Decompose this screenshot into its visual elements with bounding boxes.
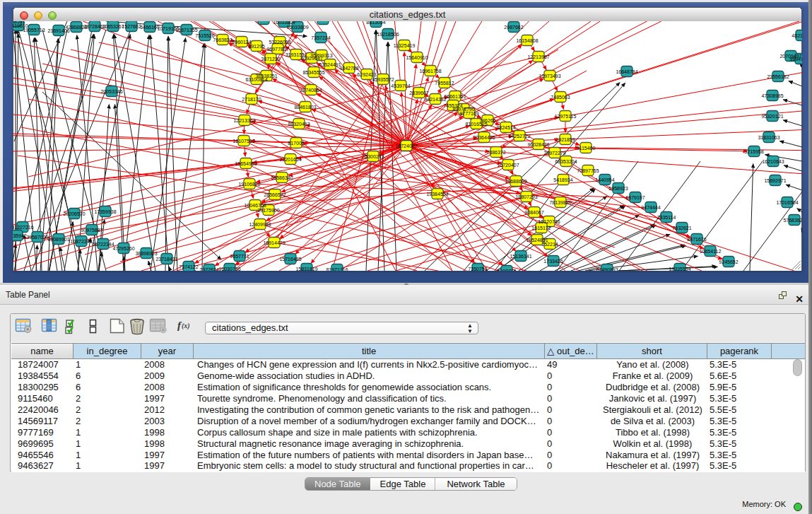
svg-text:17016504: 17016504 — [776, 200, 798, 205]
svg-text:16648784: 16648784 — [616, 69, 637, 74]
svg-text:84252722: 84252722 — [508, 134, 530, 139]
svg-text:5418934: 5418934 — [553, 177, 572, 182]
svg-text:70897765: 70897765 — [577, 168, 599, 173]
svg-text:10872248: 10872248 — [70, 239, 92, 244]
svg-text:53226058: 53226058 — [269, 40, 290, 45]
svg-text:(x): (x) — [182, 322, 190, 330]
svg-text:9115460: 9115460 — [577, 146, 596, 151]
svg-text:7350753: 7350753 — [468, 267, 487, 271]
svg-text:4335942: 4335942 — [13, 233, 27, 238]
svg-text:28566572: 28566572 — [264, 192, 286, 197]
svg-text:45935572: 45935572 — [372, 77, 394, 82]
svg-text:95320121: 95320121 — [761, 114, 783, 119]
svg-text:12213967: 12213967 — [527, 54, 549, 59]
svg-text:29175900: 29175900 — [257, 208, 279, 213]
svg-text:39587039: 39587039 — [26, 235, 48, 240]
svg-text:11325419: 11325419 — [394, 43, 416, 48]
svg-text:23718431: 23718431 — [155, 257, 177, 262]
svg-text:88461803: 88461803 — [294, 105, 316, 110]
svg-text:891295: 891295 — [248, 44, 264, 49]
svg-text:9245652: 9245652 — [719, 259, 738, 264]
svg-text:9474444: 9474444 — [641, 205, 660, 210]
svg-text:5958923: 5958923 — [608, 186, 628, 191]
svg-text:16210643: 16210643 — [762, 159, 784, 164]
svg-text:2571945: 2571945 — [254, 21, 273, 22]
svg-text:2839607: 2839607 — [409, 90, 428, 95]
svg-text:10973493: 10973493 — [539, 74, 560, 78]
svg-text:3871230: 3871230 — [261, 57, 280, 62]
svg-text:4539704: 4539704 — [391, 83, 410, 88]
svg-text:18807293: 18807293 — [515, 194, 537, 199]
svg-text:10653267: 10653267 — [102, 24, 124, 29]
svg-text:817008: 817008 — [288, 141, 304, 146]
svg-text:15136141: 15136141 — [510, 254, 531, 259]
svg-text:31831063: 31831063 — [758, 135, 779, 140]
svg-text:20053346: 20053346 — [100, 89, 122, 94]
svg-text:16107553: 16107553 — [233, 139, 254, 144]
svg-text:1527602: 1527602 — [122, 24, 141, 29]
svg-text:1615172: 1615172 — [531, 226, 551, 230]
svg-text:2087662: 2087662 — [504, 25, 523, 30]
svg-text:53524491: 53524491 — [319, 62, 341, 67]
svg-text:66661351: 66661351 — [444, 94, 466, 99]
svg-text:96977837: 96977837 — [266, 47, 288, 52]
svg-text:88320463: 88320463 — [288, 122, 310, 127]
svg-text:7357224: 7357224 — [311, 35, 330, 40]
svg-text:19055713: 19055713 — [23, 28, 45, 33]
svg-text:78139880: 78139880 — [549, 200, 571, 205]
svg-text:10688609: 10688609 — [505, 179, 526, 184]
svg-text:20206570: 20206570 — [63, 211, 85, 216]
svg-text:15692971: 15692971 — [764, 178, 786, 183]
svg-text:15720407: 15720407 — [497, 163, 519, 168]
svg-text:99949389: 99949389 — [789, 57, 802, 62]
svg-text:47308985: 47308985 — [761, 93, 783, 98]
svg-text:16914479: 16914479 — [263, 240, 285, 245]
svg-text:252214: 252214 — [541, 242, 558, 247]
svg-text:20364436: 20364436 — [473, 135, 495, 140]
svg-text:7515526: 7515526 — [195, 33, 214, 38]
svg-text:18724007: 18724007 — [395, 144, 417, 148]
svg-text:16033809: 16033809 — [286, 25, 308, 30]
svg-text:22201654: 22201654 — [279, 157, 301, 162]
svg-text:19106822: 19106822 — [238, 182, 260, 187]
svg-text:8471676: 8471676 — [687, 237, 706, 242]
svg-text:58586340: 58586340 — [271, 175, 293, 180]
svg-text:12409948: 12409948 — [249, 222, 271, 227]
svg-text:7386372: 7386372 — [486, 150, 505, 155]
svg-text:4823498: 4823498 — [792, 33, 802, 38]
svg-text:16961758: 16961758 — [419, 69, 441, 74]
svg-text:85345555: 85345555 — [302, 70, 324, 75]
svg-text:16120746: 16120746 — [538, 219, 560, 224]
svg-text:4842788: 4842788 — [339, 66, 358, 71]
svg-text:1440954: 1440954 — [595, 177, 614, 182]
svg-text:1733426: 1733426 — [543, 259, 563, 264]
svg-text:2935114: 2935114 — [657, 215, 676, 220]
svg-text:12213363: 12213363 — [233, 118, 255, 123]
svg-text:9084067: 9084067 — [524, 210, 543, 215]
svg-text:7374122: 7374122 — [179, 264, 198, 269]
svg-text:7663822: 7663822 — [213, 37, 232, 42]
svg-text:96028436: 96028436 — [527, 142, 549, 147]
svg-text:25300273: 25300273 — [362, 154, 384, 159]
svg-text:41227216: 41227216 — [13, 225, 34, 230]
svg-text:47295260: 47295260 — [112, 246, 134, 251]
svg-text:95899313: 95899313 — [310, 53, 332, 58]
svg-text:63100814: 63100814 — [245, 77, 267, 82]
svg-text:16154808: 16154808 — [516, 38, 538, 43]
svg-text:10046708: 10046708 — [244, 203, 266, 208]
svg-text:89089901: 89089901 — [47, 237, 69, 242]
svg-text:16671355: 16671355 — [175, 28, 197, 33]
svg-text:91030736: 91030736 — [218, 267, 240, 271]
svg-text:28740864: 28740864 — [300, 88, 322, 93]
svg-text:17359938: 17359938 — [94, 209, 116, 214]
svg-text:19335534: 19335534 — [669, 267, 690, 271]
svg-text:57683626: 57683626 — [783, 218, 802, 223]
svg-text:6579197: 6579197 — [625, 195, 645, 200]
svg-text:9657771: 9657771 — [230, 254, 249, 259]
svg-text:7022674: 7022674 — [199, 267, 218, 271]
svg-text:9777169: 9777169 — [459, 111, 478, 116]
svg-text:15831819: 15831819 — [295, 267, 317, 271]
svg-text:81016525: 81016525 — [465, 122, 487, 127]
svg-text:94214382: 94214382 — [424, 97, 446, 102]
svg-text:7955812: 7955812 — [435, 81, 454, 86]
